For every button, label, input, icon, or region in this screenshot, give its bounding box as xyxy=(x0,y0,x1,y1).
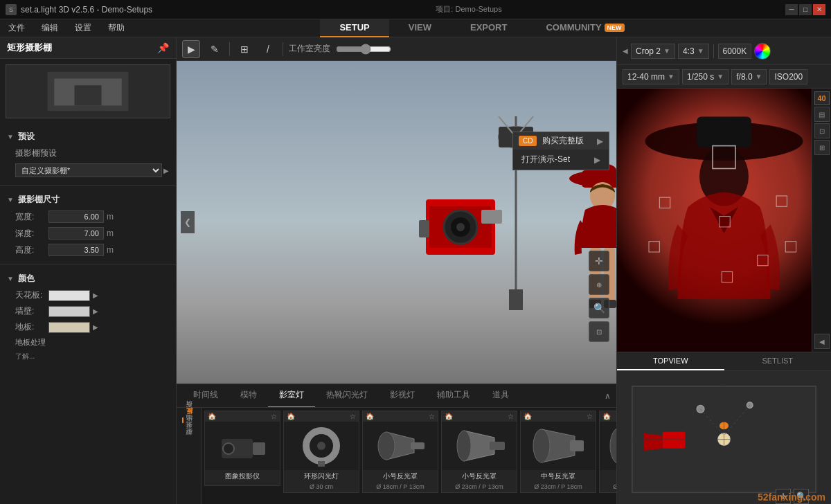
tab-export[interactable]: EXPORT xyxy=(451,19,526,37)
close-button[interactable]: ✕ xyxy=(813,4,825,15)
3d-viewport[interactable]: CD 购买完整版 ▶ 打开演示-Set ▶ ✛ ⊕ 🔍 ⊡ xyxy=(177,61,616,384)
mini-tool-1[interactable]: ▤ xyxy=(814,107,830,122)
equip-item-small-refl1[interactable]: 🏠 ☆ 小号反光罩 Ø 18cm / P 13cm xyxy=(362,411,438,493)
aperture-dropdown[interactable]: f/8.0 ▼ xyxy=(731,69,767,84)
floor-arrow: ▶ xyxy=(93,323,98,331)
svg-rect-50 xyxy=(785,242,796,252)
floor-row: 地板: ▶ xyxy=(7,319,169,335)
setlist-tab[interactable]: SETLIST xyxy=(724,352,832,370)
maximize-button[interactable]: □ xyxy=(799,4,812,15)
tab-setup[interactable]: SETUP xyxy=(320,19,388,37)
ceiling-swatch[interactable] xyxy=(48,290,90,301)
svg-point-40 xyxy=(610,428,616,464)
iso-dropdown[interactable]: ISO200 xyxy=(769,69,807,84)
shutter-dropdown[interactable]: 1/250 s ▼ xyxy=(682,69,729,84)
cat-reflector[interactable]: 反光板 xyxy=(182,417,196,423)
titlebar: S set.a.light 3D v2.5.6 - Demo-Setups 项目… xyxy=(0,0,831,19)
lens-dropdown[interactable]: 12-40 mm ▼ xyxy=(623,69,679,84)
menu-settings[interactable]: 设置 xyxy=(66,19,100,37)
equip-item-ring[interactable]: 🏠 ☆ 环形闪光灯 Ø 30 cm xyxy=(283,411,359,493)
grid-tool-button[interactable]: ⊞ xyxy=(235,40,253,58)
mini-tool-expand[interactable]: ◀ xyxy=(814,334,830,349)
color-wheel-button[interactable] xyxy=(754,43,771,60)
svg-rect-51 xyxy=(720,217,730,227)
tab-props[interactable]: 道具 xyxy=(481,384,520,408)
svg-point-31 xyxy=(317,442,325,450)
crop-dropdown-arrow: ▼ xyxy=(663,47,670,55)
projector-size xyxy=(205,483,280,485)
svg-rect-47 xyxy=(659,197,670,208)
menu-help[interactable]: 帮助 xyxy=(100,19,133,37)
svg-point-34 xyxy=(378,432,395,460)
large-refl-size: Ø 23cm / P 23cm xyxy=(600,483,616,492)
star-icon-0[interactable]: ☆ xyxy=(271,413,277,420)
pan-control[interactable]: ✛ xyxy=(589,251,609,271)
mini-tool-3[interactable]: ⊞ xyxy=(814,140,830,155)
cat-output[interactable]: 输出 xyxy=(183,424,195,430)
menu-file[interactable]: 文件 xyxy=(0,19,33,37)
floor-swatch[interactable] xyxy=(48,322,90,333)
studio-preset-select[interactable]: 自定义摄影棚* xyxy=(15,163,162,177)
tab-view[interactable]: VIEW xyxy=(389,19,451,37)
paint-tool-button[interactable]: ✎ xyxy=(206,40,224,58)
svg-rect-48 xyxy=(776,196,787,206)
viewport-left-arrow[interactable]: ❮ xyxy=(181,211,195,233)
small-refl2-size: Ø 23cm / P 13cm xyxy=(442,483,517,492)
expand-tabs-button[interactable]: ∧ xyxy=(605,391,611,401)
height-input[interactable] xyxy=(48,244,104,256)
width-input[interactable] xyxy=(48,210,104,223)
fit-view-control[interactable]: ⊡ xyxy=(589,321,609,342)
minimize-button[interactable]: ─ xyxy=(785,4,798,15)
star-icon-2[interactable]: ☆ xyxy=(429,413,435,420)
select-tool-button[interactable]: ▶ xyxy=(182,40,200,58)
small-refl2-name: 小号反光罩 xyxy=(442,470,517,483)
tab-timeline[interactable]: 时间线 xyxy=(182,384,229,408)
equip-item-small-refl2[interactable]: 🏠 ☆ 小号反光罩 Ø 23cm / P 13cm xyxy=(441,411,517,493)
tab-video-light[interactable]: 影视灯 xyxy=(379,384,426,408)
equip-item-large-refl[interactable]: 🏠 ☆ 大号反光罩 Ø 23cm / P 23cm xyxy=(599,411,616,493)
brightness-slider[interactable] xyxy=(336,44,391,55)
cat-spot[interactable]: 射光 xyxy=(183,431,195,437)
tab-flash[interactable]: 热靴闪光灯 xyxy=(315,384,379,408)
tab-community[interactable]: COMMUNITY NEW xyxy=(526,19,643,37)
wall-swatch[interactable] xyxy=(48,306,90,317)
tab-studio-light[interactable]: 影室灯 xyxy=(268,384,315,408)
topview-tab[interactable]: TOPVIEW xyxy=(617,352,724,370)
right-bottom-section: TOPVIEW SETLIST xyxy=(617,352,831,504)
presets-header[interactable]: ▼ 预设 xyxy=(7,128,169,145)
equip-item-mid-refl[interactable]: 🏠 ☆ 中号反光罩 Ø 23cm / P 18cm xyxy=(520,411,596,493)
star-icon-3[interactable]: ☆ xyxy=(508,413,514,420)
tab-model[interactable]: 模特 xyxy=(229,384,268,408)
cat-all[interactable]: 所有 xyxy=(183,411,195,416)
cat-frame[interactable]: 框架 xyxy=(183,438,195,444)
equip-item-header-4: 🏠 ☆ xyxy=(521,411,596,422)
zoom-in-control[interactable]: 🔍 xyxy=(589,298,609,318)
dimensions-header[interactable]: ▼ 摄影棚尺寸 xyxy=(7,191,169,208)
depth-unit: m xyxy=(107,228,114,238)
svg-rect-3 xyxy=(75,85,102,105)
depth-input[interactable] xyxy=(48,227,104,240)
ceiling-label: 天花板: xyxy=(15,289,48,301)
menu-edit[interactable]: 编辑 xyxy=(33,19,66,37)
ratio-dropdown[interactable]: 4:3 ▼ xyxy=(678,44,709,59)
open-demo-item[interactable]: 打开演示-Set ▶ xyxy=(513,150,609,170)
tab-tools[interactable]: 辅助工具 xyxy=(426,384,481,408)
small-refl1-name: 小号反光罩 xyxy=(363,470,438,483)
crop-dropdown[interactable]: Crop 2 ▼ xyxy=(631,44,675,59)
studio-preset-label: 摄影棚预设 xyxy=(15,147,65,159)
equip-item-projector[interactable]: 🏠 ☆ 图象投影仪 xyxy=(204,411,280,486)
line-tool-button[interactable]: / xyxy=(259,40,277,58)
orbit-control[interactable]: ⊕ xyxy=(589,274,609,295)
buy-full-label: 购买完整版 xyxy=(542,135,584,147)
context-close-icon[interactable]: ▶ xyxy=(597,136,603,146)
pin-icon[interactable]: 📌 xyxy=(157,42,169,53)
mid-refl-name: 中号反光罩 xyxy=(521,470,596,483)
colors-header[interactable]: ▼ 颜色 xyxy=(7,270,169,287)
star-icon-1[interactable]: ☆ xyxy=(350,413,356,420)
tool-separator-1 xyxy=(229,42,230,56)
svg-point-62 xyxy=(747,402,753,408)
star-icon-4[interactable]: ☆ xyxy=(587,413,593,420)
mini-tool-2[interactable]: ⊡ xyxy=(814,123,830,138)
home-icon-0: 🏠 xyxy=(208,413,216,420)
height-label: 高度: xyxy=(15,244,48,256)
